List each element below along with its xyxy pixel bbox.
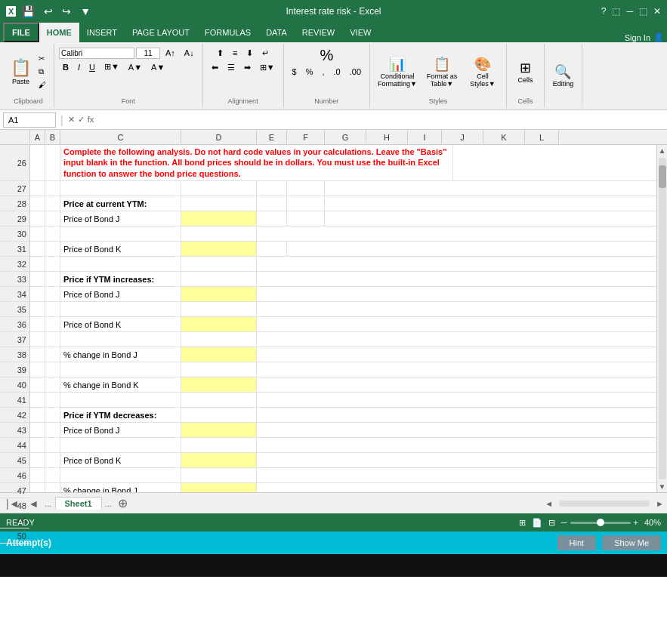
restore-icon[interactable]: ⬚ — [612, 6, 620, 17]
col-header-g[interactable]: G — [325, 130, 366, 144]
add-sheet-button[interactable]: ⊕ — [115, 496, 131, 510]
font-name-input[interactable] — [59, 48, 134, 59]
col-header-c[interactable]: C — [60, 130, 181, 144]
format-as-table-button[interactable]: 📋 Format as Table▼ — [423, 54, 461, 89]
cell-c26[interactable]: Complete the following analysis. Do not … — [60, 145, 453, 180]
col-header-k[interactable]: K — [483, 130, 525, 144]
cell-d36[interactable] — [181, 317, 257, 331]
cell-a26[interactable] — [30, 145, 45, 180]
cell-d33[interactable] — [181, 272, 257, 286]
cell-b30[interactable] — [45, 226, 60, 241]
cell-a30[interactable] — [30, 226, 45, 241]
underline-button[interactable]: U — [85, 61, 99, 73]
zoom-in-btn[interactable]: + — [634, 518, 638, 527]
tab-page-layout[interactable]: PAGE LAYOUT — [125, 23, 197, 42]
cell-b31[interactable] — [45, 242, 60, 256]
tab-insert[interactable]: INSERT — [79, 23, 125, 42]
cell-a42[interactable] — [30, 408, 45, 422]
normal-view-icon[interactable]: ⊞ — [519, 518, 526, 528]
cell-b27[interactable] — [45, 181, 60, 196]
align-middle-btn[interactable]: ≡ — [229, 47, 241, 60]
cell-c31[interactable]: Price of Bond K — [60, 242, 181, 256]
cell-a43[interactable] — [30, 423, 45, 437]
cell-c32[interactable] — [60, 257, 181, 271]
undo-icon[interactable]: ↩ — [41, 4, 56, 19]
cut-button[interactable]: ✂ — [36, 53, 49, 64]
cell-b46[interactable] — [45, 468, 60, 482]
cell-c37[interactable] — [60, 332, 181, 347]
col-header-e[interactable]: E — [257, 130, 287, 144]
tab-home[interactable]: HOME — [39, 23, 79, 42]
cell-c33[interactable]: Price if YTM increases: — [60, 272, 181, 286]
vertical-scrollbar[interactable]: ▲ ▼ — [656, 145, 667, 492]
zoom-track[interactable] — [570, 522, 631, 524]
sheet-tab-ellipsis-right[interactable]: ... — [105, 499, 112, 508]
cell-a28[interactable] — [30, 196, 45, 211]
cell-d45[interactable] — [181, 453, 257, 467]
cell-d30[interactable] — [181, 226, 257, 241]
wrap-text-btn[interactable]: ↵ — [258, 47, 273, 60]
scroll-up-btn[interactable]: ▲ — [657, 145, 667, 156]
align-bottom-btn[interactable]: ⬇ — [242, 47, 257, 60]
cells-button[interactable]: ⊞ Cells — [514, 58, 536, 85]
cell-a31[interactable] — [30, 242, 45, 256]
cell-d34[interactable] — [181, 287, 257, 301]
tab-view[interactable]: VIEW — [342, 23, 378, 42]
scroll-right-btn[interactable]: ► — [656, 499, 664, 508]
bold-button[interactable]: B — [59, 61, 73, 73]
cell-d35[interactable] — [181, 302, 257, 316]
scroll-thumb[interactable] — [659, 165, 666, 188]
cell-f27[interactable] — [287, 181, 325, 196]
show-me-button[interactable]: Show Me — [602, 535, 661, 550]
horizontal-scrollbar[interactable] — [559, 501, 650, 507]
cell-c36[interactable]: Price of Bond K — [60, 317, 181, 331]
cell-c35[interactable] — [60, 302, 181, 316]
cell-c43[interactable]: Price of Bond J — [60, 423, 181, 437]
cell-d39[interactable] — [181, 362, 257, 377]
font-decrease-btn[interactable]: A↓ — [181, 47, 198, 59]
cell-b35[interactable] — [45, 302, 60, 316]
cell-c40[interactable]: % change in Bond K — [60, 377, 181, 392]
formula-input[interactable] — [97, 116, 664, 125]
quick-access-icon[interactable]: ▼ — [77, 4, 94, 19]
cell-c38[interactable]: % change in Bond J — [60, 347, 181, 362]
comma-btn[interactable]: , — [318, 66, 328, 78]
cell-c44[interactable] — [60, 438, 181, 452]
tab-review[interactable]: REVIEW — [295, 23, 342, 42]
sheet-nav-prev[interactable]: ◄ — [26, 498, 42, 510]
cell-d40[interactable] — [181, 377, 257, 392]
cell-c29[interactable]: Price of Bond J — [60, 211, 181, 226]
cell-b36[interactable] — [45, 317, 60, 331]
col-header-l[interactable]: L — [525, 130, 559, 144]
tab-formulas[interactable]: FORMULAS — [197, 23, 258, 42]
cell-c46[interactable] — [60, 468, 181, 482]
cell-c34[interactable]: Price of Bond J — [60, 287, 181, 301]
cell-c41[interactable] — [60, 393, 181, 407]
cell-b41[interactable] — [45, 393, 60, 407]
cell-f29[interactable] — [287, 211, 325, 226]
decimal-inc-btn[interactable]: .0 — [330, 66, 344, 78]
sheet-nav-first[interactable]: |◄ — [3, 498, 23, 510]
font-color-button[interactable]: A▼ — [147, 61, 168, 73]
cell-a44[interactable] — [30, 438, 45, 452]
minimize-icon[interactable]: ─ — [626, 6, 633, 17]
cell-f28[interactable] — [287, 196, 325, 211]
cell-e28[interactable] — [257, 196, 287, 211]
page-layout-view-icon[interactable]: 📄 — [532, 518, 542, 528]
cell-d28[interactable] — [181, 196, 257, 211]
font-increase-btn[interactable]: A↑ — [162, 47, 179, 59]
cell-b32[interactable] — [45, 257, 60, 271]
merge-btn[interactable]: ⊞▼ — [256, 61, 279, 74]
cell-c27[interactable] — [60, 181, 181, 196]
cell-c42[interactable]: Price if YTM decreases: — [60, 408, 181, 422]
cell-a37[interactable] — [30, 332, 45, 347]
paste-button[interactable]: 📋 Paste — [8, 57, 34, 87]
scroll-left-btn[interactable]: ◄ — [545, 499, 553, 508]
cell-a27[interactable] — [30, 181, 45, 196]
cell-d47[interactable] — [181, 483, 257, 492]
cell-b29[interactable] — [45, 211, 60, 226]
italic-button[interactable]: I — [74, 61, 84, 73]
cell-d29[interactable] — [181, 211, 257, 226]
cell-a38[interactable] — [30, 347, 45, 362]
cell-b38[interactable] — [45, 347, 60, 362]
